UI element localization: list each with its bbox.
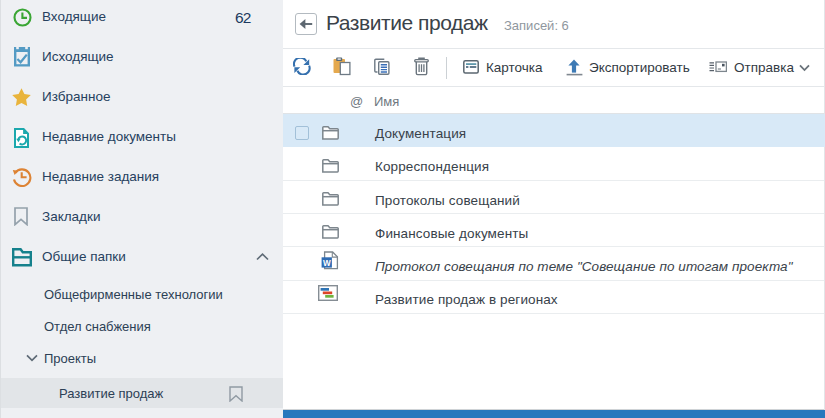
svg-text:W: W [323, 259, 331, 268]
